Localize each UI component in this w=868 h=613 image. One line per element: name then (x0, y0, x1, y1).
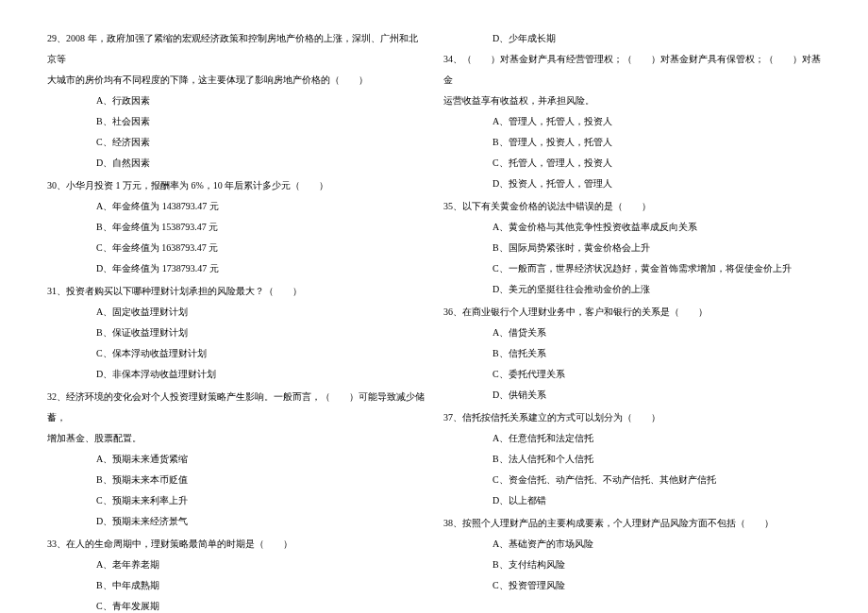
q32-line2: 增加基金、股票配置。 (47, 428, 425, 449)
q38-opt-b: B、支付结构风险 (443, 555, 821, 575)
q35-opt-b: B、国际局势紧张时，黄金价格会上升 (443, 238, 821, 258)
q36-opt-b: B、信托关系 (443, 343, 821, 364)
q31-opt-d: D、非保本浮动收益理财计划 (47, 364, 425, 385)
q33-opt-b: B、中年成熟期 (47, 575, 425, 596)
q33-opt-d: D、少年成长期 (443, 28, 821, 49)
q30-opt-d: D、年金终值为 1738793.47 元 (47, 258, 425, 279)
q37-opt-b: B、法人信托和个人信托 (443, 449, 821, 470)
q30-opt-c: C、年金终值为 1638793.47 元 (47, 238, 425, 258)
q38-opt-a: A、基础资产的市场风险 (443, 534, 821, 555)
q30-opt-b: B、年金终值为 1538793.47 元 (47, 217, 425, 238)
question-31: 31、投资者购买以下哪种理财计划承担的风险最大？（ ） A、固定收益理财计划 B… (47, 281, 425, 385)
q32-opt-d: D、预期未来经济景气 (47, 511, 425, 532)
q33-opt-a: A、老年养老期 (47, 555, 425, 575)
q37-opt-d: D、以上都错 (443, 490, 821, 511)
q36-opt-c: C、委托代理关系 (443, 364, 821, 385)
q32-opt-c: C、预期未来利率上升 (47, 490, 425, 511)
question-37: 37、信托按信托关系建立的方式可以划分为（ ） A、任意信托和法定信托 B、法人… (443, 407, 821, 511)
q37-opt-c: C、资金信托、动产信托、不动产信托、其他财产信托 (443, 470, 821, 490)
q29-opt-a: A、行政因素 (47, 91, 425, 111)
q32-line1: 32、经济环境的变化会对个人投资理财策略产生影响。一般而言，（ ）可能导致减少储… (47, 387, 425, 428)
q31-opt-a: A、固定收益理财计划 (47, 302, 425, 323)
q29-opt-c: C、经济因素 (47, 132, 425, 153)
q31-opt-c: C、保本浮动收益理财计划 (47, 343, 425, 364)
question-32: 32、经济环境的变化会对个人投资理财策略产生影响。一般而言，（ ）可能导致减少储… (47, 387, 425, 532)
q34-line1: 34、（ ）对基金财产具有经营管理权；（ ）对基金财产具有保管权；（ ）对基金 (443, 49, 821, 91)
q29-opt-d: D、自然因素 (47, 153, 425, 174)
q36-opt-d: D、供销关系 (443, 385, 821, 406)
q35-opt-c: C、一般而言，世界经济状况趋好，黄金首饰需求增加，将促使金价上升 (443, 258, 821, 279)
q30-opt-a: A、年金终值为 1438793.47 元 (47, 196, 425, 217)
q35-opt-d: D、美元的坚挺往往会推动金价的上涨 (443, 279, 821, 300)
question-30: 30、小华月投资 1 万元，报酬率为 6%，10 年后累计多少元（ ） A、年金… (47, 175, 425, 279)
q33-text: 33、在人的生命周期中，理财策略最简单的时期是（ ） (47, 534, 425, 555)
q36-text: 36、在商业银行个人理财业务中，客户和银行的关系是（ ） (443, 302, 821, 323)
question-36: 36、在商业银行个人理财业务中，客户和银行的关系是（ ） A、借贷关系 B、信托… (443, 302, 821, 406)
q38-opt-c: C、投资管理风险 (443, 575, 821, 596)
q32-opt-b: B、预期未来本币贬值 (47, 470, 425, 490)
question-38: 38、按照个人理财产品的主要构成要素，个人理财产品风险方面不包括（ ） A、基础… (443, 513, 821, 596)
q34-opt-a: A、管理人，托管人，投资人 (443, 111, 821, 132)
q35-text: 35、以下有关黄金价格的说法中错误的是（ ） (443, 196, 821, 217)
question-33: 33、在人的生命周期中，理财策略最简单的时期是（ ） A、老年养老期 B、中年成… (47, 534, 425, 613)
q37-opt-a: A、任意信托和法定信托 (443, 428, 821, 449)
q34-opt-b: B、管理人，投资人，托管人 (443, 132, 821, 153)
q33-opt-c: C、青年发展期 (47, 596, 425, 613)
q31-opt-b: B、保证收益理财计划 (47, 323, 425, 343)
q34-opt-d: D、投资人，托管人，管理人 (443, 174, 821, 194)
page-content: 29、2008 年，政府加强了紧缩的宏观经济政策和控制房地产价格的上涨，深圳、广… (0, 0, 868, 613)
q31-text: 31、投资者购买以下哪种理财计划承担的风险最大？（ ） (47, 281, 425, 302)
question-29: 29、2008 年，政府加强了紧缩的宏观经济政策和控制房地产价格的上涨，深圳、广… (47, 28, 425, 174)
q34-opt-c: C、托管人，管理人，投资人 (443, 153, 821, 174)
left-column: 29、2008 年，政府加强了紧缩的宏观经济政策和控制房地产价格的上涨，深圳、广… (38, 28, 434, 613)
q29-line2: 大城市的房价均有不同程度的下降，这主要体现了影响房地产价格的（ ） (47, 70, 425, 91)
q29-opt-b: B、社会因素 (47, 111, 425, 132)
q34-line2: 运营收益享有收益权，并承担风险。 (443, 91, 821, 111)
right-column: D、少年成长期 34、（ ）对基金财产具有经营管理权；（ ）对基金财产具有保管权… (434, 28, 830, 613)
q37-text: 37、信托按信托关系建立的方式可以划分为（ ） (443, 407, 821, 428)
q30-text: 30、小华月投资 1 万元，报酬率为 6%，10 年后累计多少元（ ） (47, 175, 425, 196)
q35-opt-a: A、黄金价格与其他竞争性投资收益率成反向关系 (443, 217, 821, 238)
question-35: 35、以下有关黄金价格的说法中错误的是（ ） A、黄金价格与其他竞争性投资收益率… (443, 196, 821, 300)
question-34: 34、（ ）对基金财产具有经营管理权；（ ）对基金财产具有保管权；（ ）对基金 … (443, 49, 821, 194)
q29-line1: 29、2008 年，政府加强了紧缩的宏观经济政策和控制房地产价格的上涨，深圳、广… (47, 28, 425, 70)
q38-text: 38、按照个人理财产品的主要构成要素，个人理财产品风险方面不包括（ ） (443, 513, 821, 534)
q36-opt-a: A、借贷关系 (443, 323, 821, 343)
q32-opt-a: A、预期未来通货紧缩 (47, 449, 425, 470)
